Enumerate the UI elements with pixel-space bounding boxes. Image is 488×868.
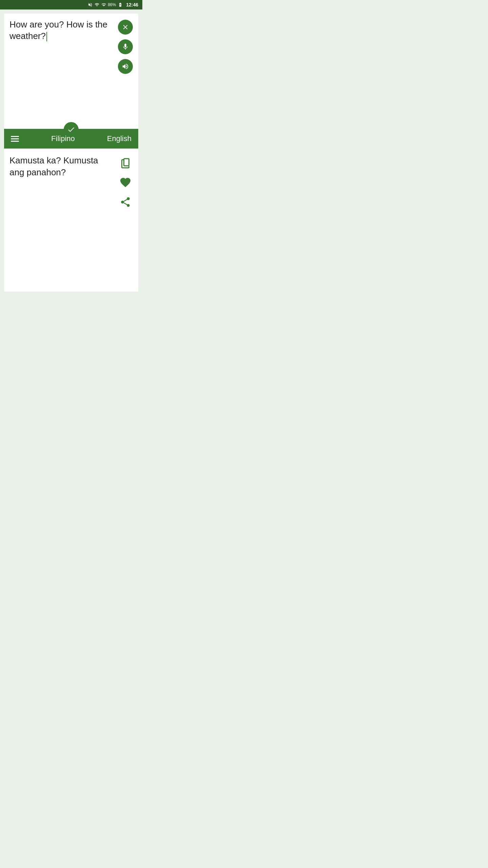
copy-button[interactable]: [118, 155, 133, 170]
menu-button[interactable]: [11, 136, 19, 142]
hamburger-line-3: [11, 141, 19, 142]
input-panel: How are you? How is the weather?: [4, 14, 138, 129]
signal-icon: [101, 2, 106, 7]
output-actions: [118, 155, 133, 286]
output-panel: Kamusta ka? Kumusta ang panahon?: [4, 149, 138, 292]
hamburger-line-2: [11, 138, 19, 139]
clear-button[interactable]: [118, 20, 133, 35]
app-container: How are you? How is the weather?: [0, 9, 142, 296]
target-language-button[interactable]: English: [107, 134, 131, 143]
status-icons: 86% 12:46: [88, 2, 138, 7]
wifi-icon: [94, 2, 100, 7]
toolbar: Filipino English: [4, 129, 138, 149]
share-button[interactable]: [118, 195, 133, 210]
battery-percentage: 86%: [108, 2, 116, 7]
mute-icon: [88, 2, 93, 7]
favorite-button[interactable]: [118, 175, 133, 190]
status-time: 12:46: [126, 2, 138, 7]
hamburger-line-1: [11, 136, 19, 137]
output-text: Kamusta ka? Kumusta ang panahon?: [9, 155, 118, 286]
speaker-button[interactable]: [118, 59, 133, 74]
battery-icon: [118, 2, 123, 7]
status-bar: 86% 12:46: [0, 0, 142, 9]
microphone-button[interactable]: [118, 39, 133, 54]
text-cursor: [46, 32, 47, 41]
input-text[interactable]: How are you? How is the weather?: [9, 19, 118, 123]
input-actions: [118, 19, 133, 123]
confirm-button[interactable]: [64, 122, 79, 137]
